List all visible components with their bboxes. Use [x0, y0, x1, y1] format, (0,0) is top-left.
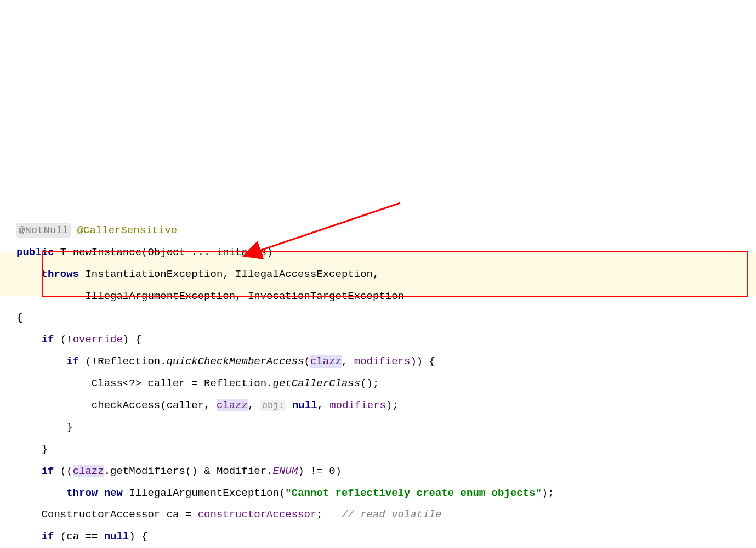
- string-enum-error: "Cannot reflectively create enum objects…: [285, 487, 541, 499]
- ex-invocationtarget: InvocationTargetException: [248, 290, 404, 302]
- field-constructoraccessor: constructorAccessor: [198, 509, 317, 521]
- code-editor[interactable]: @NotNull @CallerSensitive public T newIn…: [0, 219, 756, 548]
- comment-readvolatile: // read volatile: [342, 509, 441, 521]
- kw-if: if: [42, 465, 54, 477]
- class-reflection: Reflection: [98, 355, 160, 368]
- ex-illegalaccess: IllegalAccessException: [235, 268, 373, 280]
- kw-throws: throws: [42, 268, 79, 280]
- ex-instantiation: InstantiationException: [85, 268, 223, 280]
- kw-null: null: [104, 530, 129, 543]
- ex-illegalarg: IllegalArgumentException: [85, 290, 235, 302]
- field-modifiers: modifiers: [329, 399, 386, 411]
- kw-new: new: [104, 487, 123, 499]
- var-ca: ca: [66, 530, 79, 543]
- type-object: Object: [147, 246, 185, 258]
- method-checkaccess: checkAccess: [92, 399, 160, 411]
- kw-null: null: [292, 399, 317, 411]
- class-modifier: Modifier: [217, 465, 266, 477]
- kw-public: public: [16, 246, 54, 258]
- kw-throw: throw: [66, 487, 98, 499]
- kw-if: if: [66, 355, 79, 368]
- method-quickcheck: quickCheckMemberAccess: [167, 355, 304, 368]
- kw-if: if: [42, 334, 54, 346]
- annotation-notnull: @NotNull: [16, 223, 71, 238]
- method-getcallerclass: getCallerClass: [273, 377, 361, 389]
- var-caller: caller: [167, 399, 204, 411]
- field-clazz: clazz: [217, 399, 248, 411]
- type-T: T: [60, 246, 66, 258]
- method-getmodifiers: getModifiers: [110, 465, 185, 477]
- field-clazz: clazz: [73, 465, 104, 477]
- wildcard: <?>: [123, 377, 141, 389]
- const-enum: ENUM: [273, 465, 298, 477]
- annotation-callersensitive: @CallerSensitive: [77, 224, 177, 236]
- kw-if: if: [42, 530, 54, 543]
- class-reflection: Reflection: [204, 377, 266, 389]
- field-modifiers: modifiers: [354, 355, 411, 368]
- varargs: ...: [191, 246, 210, 258]
- param-hint-obj: obj:: [260, 400, 286, 411]
- var-ca: ca: [167, 509, 179, 521]
- type-constructoraccessor: ConstructorAccessor: [42, 509, 161, 521]
- var-caller: caller: [147, 377, 185, 389]
- param-initargs: initargs: [217, 246, 266, 258]
- method-name: newInstance: [73, 246, 141, 258]
- type-class: Class: [92, 377, 123, 389]
- ex-illegalarg: IllegalArgumentException: [129, 487, 279, 499]
- field-clazz: clazz: [310, 355, 342, 368]
- field-override: override: [73, 334, 123, 346]
